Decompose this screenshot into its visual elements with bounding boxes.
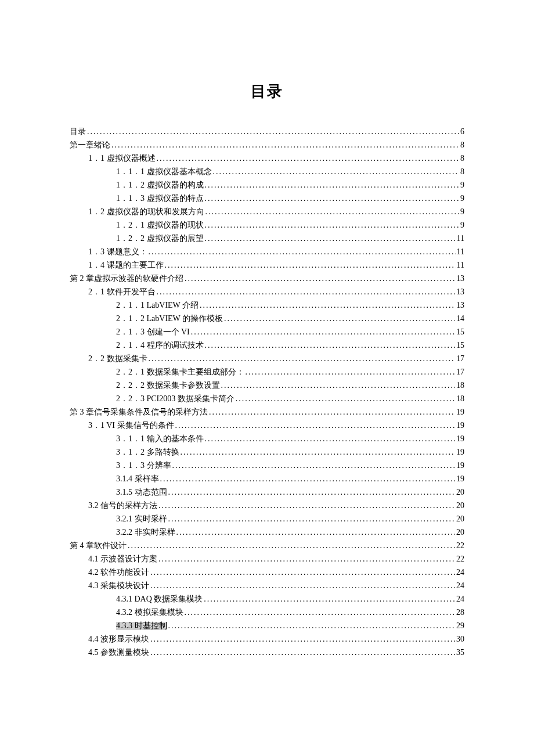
toc-leader-dots — [209, 408, 455, 416]
toc-entry[interactable]: 3.2 信号的采样方法20 — [70, 502, 464, 510]
toc-page-number: 35 — [456, 649, 464, 657]
toc-page-number: 18 — [456, 381, 464, 390]
toc-entry[interactable]: 目录6 — [70, 128, 464, 136]
toc-entry[interactable]: 2．1．2 LabVIEW 的操作模板14 — [70, 315, 464, 323]
toc-leader-dots — [168, 488, 456, 496]
toc-page-number: 22 — [456, 555, 464, 563]
toc-page-number: 9 — [460, 181, 464, 189]
toc-label: 2．1．1 LabVIEW 介绍 — [116, 301, 199, 309]
toc-entry[interactable]: 2．1．1 LabVIEW 介绍13 — [70, 301, 464, 309]
toc-label: 1．2 虚拟仪器的现状和发展方向 — [88, 208, 204, 216]
toc-leader-dots — [185, 609, 456, 617]
toc-leader-dots — [246, 368, 456, 376]
toc-entry[interactable]: 1．2．1 虚拟仪器的现状9 — [70, 221, 464, 229]
toc-label: 2．1 软件开发平台 — [88, 288, 156, 296]
toc-entry[interactable]: 3.1.4 采样率19 — [70, 475, 464, 483]
toc-entry[interactable]: 第 2 章虚拟示波器的软硬件介绍13 — [70, 275, 464, 283]
toc-entry[interactable]: 第一章绪论8 — [70, 141, 464, 149]
toc-entry[interactable]: 3.1.5 动态范围20 — [70, 488, 464, 496]
toc-entry[interactable]: 3．1 VI 采集信号的条件19 — [70, 422, 464, 430]
toc-page-number: 15 — [456, 328, 464, 336]
toc-leader-dots — [185, 275, 455, 283]
toc-page-number: 19 — [456, 462, 464, 470]
toc-leader-dots — [204, 595, 455, 603]
toc-entry[interactable]: 2．2．1 数据采集卡主要组成部分：17 — [70, 368, 464, 376]
toc-leader-dots — [150, 582, 455, 590]
toc-entry[interactable]: 4.4 波形显示模块30 — [70, 635, 464, 643]
toc-page-number: 11 — [457, 235, 464, 243]
toc-leader-dots — [128, 542, 455, 550]
toc-leader-dots — [158, 555, 455, 563]
toc-leader-dots — [157, 288, 456, 296]
toc-entry[interactable]: 1．2．2 虚拟仪器的展望11 — [70, 235, 464, 243]
toc-entry[interactable]: 1．3 课题意义：11 — [70, 248, 464, 256]
toc-entry[interactable]: 1．1 虚拟仪器概述8 — [70, 154, 464, 163]
toc-entry[interactable]: 3.2.2 非实时采样20 — [70, 528, 464, 537]
toc-entry[interactable]: 3．1．3 分辨率19 — [70, 462, 464, 470]
toc-entry[interactable]: 3.2.1 实时采样20 — [70, 515, 464, 523]
toc-entry[interactable]: 4.3.1 DAQ 数据采集模块24 — [70, 595, 464, 603]
toc-label: 3.1.5 动态范围 — [116, 488, 167, 496]
toc-entry[interactable]: 1．1．2 虚拟仪器的构成9 — [70, 181, 464, 189]
toc-entry[interactable]: 2．2．3 PCI2003 数据采集卡简介18 — [70, 395, 464, 403]
toc-entry[interactable]: 4.3.2 模拟采集模块28 — [70, 609, 464, 617]
toc-leader-dots — [168, 515, 456, 523]
toc-page-number: 19 — [456, 475, 464, 483]
toc-page-number: 9 — [460, 208, 464, 216]
toc-page-number: 11 — [457, 261, 464, 269]
toc-label: 3.1.4 采样率 — [116, 475, 159, 483]
toc-entry[interactable]: 2．2 数据采集卡17 — [70, 355, 464, 363]
toc-entry[interactable]: 1．1．3 虚拟仪器的特点9 — [70, 195, 464, 203]
toc-entry[interactable]: 4.1 示波器设计方案22 — [70, 555, 464, 563]
toc-label: 4.2 软件功能设计 — [88, 568, 149, 577]
toc-entry[interactable]: 4.3 采集模块设计24 — [70, 582, 464, 590]
toc-leader-dots — [200, 301, 455, 309]
toc-leader-dots — [87, 128, 459, 136]
toc-entry[interactable]: 1．4 课题的主要工作11 — [70, 261, 464, 269]
toc-entry[interactable]: 3．1．2 多路转换19 — [70, 448, 464, 456]
toc-leader-dots — [205, 341, 456, 350]
toc-entry[interactable]: 4.5 参数测量模块35 — [70, 649, 464, 657]
toc-label: 4.1 示波器设计方案 — [88, 555, 157, 563]
toc-page-number: 11 — [457, 248, 464, 256]
toc-page-number: 6 — [460, 128, 464, 136]
toc-entry[interactable]: 4.2 软件功能设计24 — [70, 568, 464, 577]
toc-label: 4.4 波形显示模块 — [88, 635, 149, 643]
toc-leader-dots — [111, 141, 459, 149]
toc-entry[interactable]: 第 3 章信号采集条件及信号的采样方法19 — [70, 408, 464, 416]
toc-entry[interactable]: 2．2．2 数据采集卡参数设置18 — [70, 381, 464, 390]
toc-leader-dots — [191, 328, 455, 336]
toc-page-number: 20 — [456, 515, 464, 523]
toc-label: 3．1．2 多路转换 — [116, 448, 179, 456]
toc-entry[interactable]: 2．1．4 程序的调试技术15 — [70, 341, 464, 350]
toc-entry[interactable]: 4.3.3 时基控制29 — [70, 622, 464, 630]
toc-page-number: 13 — [456, 301, 464, 309]
toc-entry[interactable]: 1．2 虚拟仪器的现状和发展方向9 — [70, 208, 464, 216]
toc-leader-dots — [224, 315, 455, 323]
toc-label: 3．1．3 分辨率 — [116, 462, 171, 470]
toc-leader-dots — [176, 528, 456, 537]
toc-entry[interactable]: 2．1．3 创建一个 VI15 — [70, 328, 464, 336]
toc-entry[interactable]: 第 4 章软件设计22 — [70, 542, 464, 550]
toc-label: 3.2.2 非实时采样 — [116, 528, 175, 537]
toc-entry[interactable]: 2．1 软件开发平台13 — [70, 288, 464, 296]
toc-entry[interactable]: 3．1．1 输入的基本条件19 — [70, 435, 464, 443]
toc-page-number: 24 — [456, 568, 464, 577]
toc-label: 3.2 信号的采样方法 — [88, 502, 157, 510]
toc-leader-dots — [157, 154, 460, 163]
toc-label: 2．1．3 创建一个 VI — [116, 328, 190, 336]
toc-page-number: 8 — [460, 154, 464, 163]
toc-page-number: 13 — [456, 288, 464, 296]
toc-leader-dots — [205, 221, 460, 229]
toc-entry[interactable]: 1．1．1 虚拟仪器基本概念8 — [70, 168, 464, 176]
toc-page-number: 17 — [456, 368, 464, 376]
toc-label: 4.3.3 时基控制 — [116, 622, 167, 630]
toc-leader-dots — [236, 395, 455, 403]
toc-leader-dots — [181, 448, 456, 456]
toc-label: 2．1．4 程序的调试技术 — [116, 341, 204, 350]
toc-label: 1．3 课题意义： — [88, 248, 147, 256]
toc-leader-dots — [172, 462, 456, 470]
toc-leader-dots — [205, 435, 456, 443]
toc-page-number: 13 — [456, 275, 464, 283]
toc-label: 1．1．3 虚拟仪器的特点 — [116, 195, 204, 203]
